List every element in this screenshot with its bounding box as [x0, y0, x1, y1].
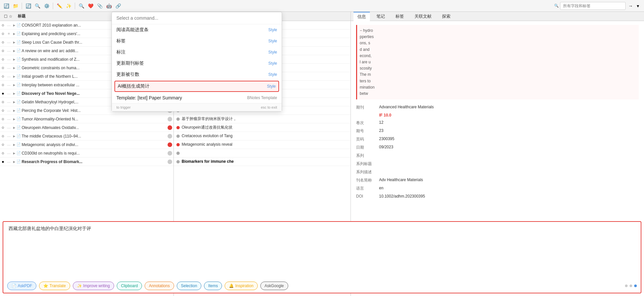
search-input[interactable] [560, 2, 626, 10]
row-checkbox[interactable]: ○ [0, 74, 6, 79]
selection-button[interactable]: Selection [177, 282, 201, 290]
tab-tags[interactable]: 标签 [392, 12, 408, 21]
row-checkbox[interactable]: ○ [0, 125, 6, 130]
wand-icon[interactable]: ✨ [65, 2, 72, 10]
command-item-template[interactable]: Template: [text] Paper Summary BNotes Te… [112, 93, 282, 103]
row-star[interactable]: — [6, 74, 12, 78]
command-item-update-journal[interactable]: 更新期刊标签 Style [112, 58, 282, 69]
row-star[interactable]: — [6, 160, 12, 164]
row-star[interactable]: — [6, 117, 12, 121]
link-icon[interactable]: 🔗 [114, 2, 122, 10]
row-expand[interactable]: ▶ [12, 49, 16, 53]
dot-3[interactable] [634, 285, 637, 287]
askpdf-button[interactable]: 📄 AskPDF [7, 282, 36, 290]
list-item[interactable]: Metagenomic analysis reveal [174, 140, 351, 149]
row-checkbox[interactable]: ○ [0, 99, 6, 104]
arrow-right-icon[interactable]: → [627, 2, 634, 10]
row-expand[interactable]: ▶ [12, 109, 16, 112]
row-expand[interactable]: ▶ [12, 92, 16, 95]
tab-related[interactable]: 关联文献 [411, 12, 435, 21]
row-star[interactable]: — [6, 126, 12, 130]
translate-button[interactable]: ⭐ Translate [39, 282, 70, 290]
ai-icon[interactable]: 🤖 [105, 2, 112, 10]
tab-notes-right[interactable]: 笔记 [372, 12, 389, 21]
askgoogle-button[interactable]: AskGoogle [260, 282, 288, 290]
row-checkbox[interactable]: ● [0, 159, 6, 164]
row-star[interactable]: — [6, 134, 12, 138]
row-expand[interactable]: ▶ [12, 32, 16, 35]
command-item-ai-summary[interactable]: AI概括生成简计 Style [114, 81, 279, 92]
row-checkbox[interactable]: ○ [0, 142, 6, 147]
improve-writing-button[interactable]: ✨ Improve writing [73, 282, 114, 290]
row-checkbox[interactable]: ○ [0, 116, 6, 121]
items-button[interactable]: Items [204, 282, 222, 290]
row-checkbox[interactable]: ○ [0, 31, 6, 36]
row-expand[interactable]: ▶ [12, 160, 16, 163]
row-expand[interactable]: ▶ [12, 66, 16, 70]
row-checkbox[interactable]: ○ [0, 40, 6, 45]
row-expand[interactable]: ▶ [12, 100, 16, 104]
row-expand[interactable]: ▶ [12, 83, 16, 87]
row-checkbox[interactable]: ○ [0, 48, 6, 53]
row-star[interactable]: — [6, 83, 12, 87]
row-expand[interactable]: ▶ [12, 152, 16, 155]
star-all[interactable]: ☆ [9, 14, 12, 19]
command-search-input[interactable] [116, 15, 277, 21]
command-item-update-citations[interactable]: 更新被引数 Style [112, 69, 282, 80]
row-checkbox[interactable]: ○ [0, 57, 6, 62]
row-checkbox[interactable]: ○ [0, 65, 6, 70]
row-star[interactable]: — [6, 109, 12, 113]
row-star[interactable]: ★ [6, 32, 12, 36]
row-star[interactable]: — [6, 57, 12, 61]
clipboard-button[interactable]: Clipboard [117, 282, 142, 290]
row-expand[interactable]: ▶ [12, 143, 16, 146]
row-star[interactable]: — [6, 151, 12, 155]
edit-icon[interactable]: ✏️ [56, 2, 63, 10]
row-expand[interactable]: ▶ [12, 126, 16, 129]
row-checkbox[interactable]: ○ [0, 151, 6, 156]
table-row[interactable]: ○ — ▶ 📄 Tumor Abnormality-Oriented N... [0, 115, 173, 123]
list-item[interactable]: Cretaceous evolution of Tang [174, 132, 351, 140]
bottom-text-content[interactable]: 西藏北部唐礼盆地的中白垩纪演化对于评 [3, 222, 641, 279]
row-expand[interactable]: ▶ [12, 117, 16, 121]
clip-icon[interactable]: 📎 [96, 2, 103, 10]
row-checkbox[interactable]: ○ [0, 23, 6, 28]
dot-1[interactable] [625, 285, 628, 287]
row-expand[interactable]: ▶ [12, 24, 16, 27]
list-item[interactable]: Oleuropein通过改善抗氧化状 [174, 123, 351, 132]
check-all[interactable]: ☐ [4, 14, 8, 19]
refresh-icon[interactable]: 🔄 [3, 2, 10, 10]
row-expand[interactable]: ▶ [12, 135, 16, 138]
row-star[interactable]: — [6, 23, 12, 27]
annotations-button[interactable]: Annotations [145, 282, 174, 290]
list-item[interactable] [174, 149, 351, 158]
list-item[interactable]: Biomarkers for immune che [174, 158, 351, 166]
row-checkbox[interactable]: ○ [0, 108, 6, 113]
row-expand[interactable]: ▶ [12, 41, 16, 44]
sync-icon[interactable]: 🔄 [25, 2, 32, 10]
table-row[interactable]: ● — ▶ 📄 Research Progress of Biomark... [0, 158, 173, 166]
folder-icon[interactable]: 📁 [12, 2, 19, 10]
tab-info[interactable]: 信息 [353, 12, 370, 21]
row-expand[interactable]: ▶ [12, 58, 16, 61]
table-row[interactable]: ○ — ▶ 📄 The middle Cretaceous (110–94... [0, 132, 173, 140]
row-star[interactable]: — [6, 66, 12, 70]
row-star[interactable]: — [6, 49, 12, 53]
tab-explore[interactable]: 探索 [438, 12, 454, 21]
heart-icon[interactable]: ❤️ [87, 2, 94, 10]
table-row[interactable]: ○ — ▶ 📄 Oleuropein Attenuates Oxidativ..… [0, 123, 173, 132]
row-expand[interactable]: ▶ [12, 75, 16, 78]
row-star[interactable]: — [6, 143, 12, 147]
table-row[interactable]: ○ — ▶ 📄 Metagenomic analysis of indivi..… [0, 140, 173, 149]
command-item-readprogress[interactable]: 阅读高能进度条 Style [112, 24, 282, 35]
table-row[interactable]: ○ — ▶ 📄 CD300ld on neutrophils is requi.… [0, 149, 173, 158]
magnify-icon[interactable]: 🔍 [78, 2, 85, 10]
row-checkbox[interactable]: ● [0, 91, 6, 96]
row-star[interactable]: — [6, 40, 12, 44]
row-checkbox[interactable]: ○ [0, 134, 6, 138]
dropdown-icon[interactable]: ▾ [634, 2, 641, 10]
command-item-tag[interactable]: 标签 Style [112, 35, 282, 47]
command-item-annotation[interactable]: 标注 Style [112, 47, 282, 58]
search-icon-toolbar[interactable]: 🔍 [34, 2, 41, 10]
row-star[interactable]: — [6, 92, 12, 95]
